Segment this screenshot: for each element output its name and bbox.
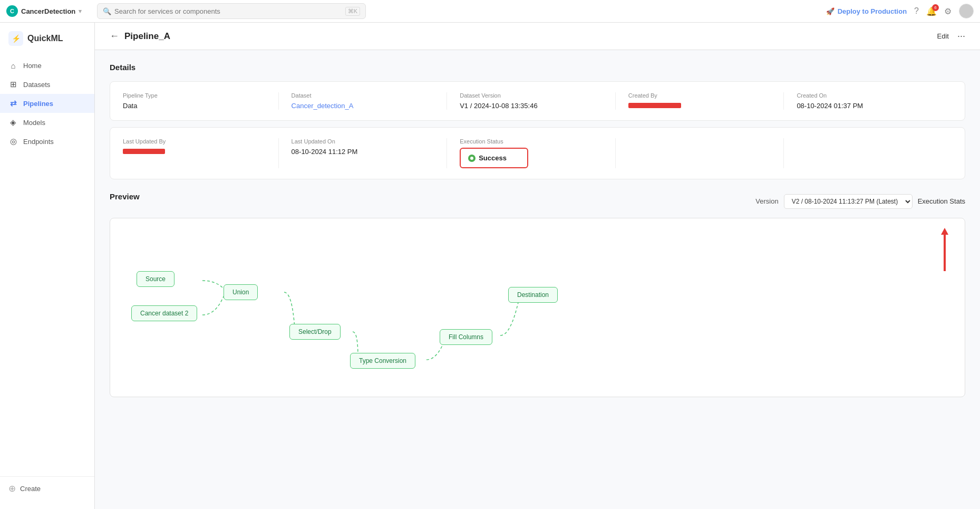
- search-input[interactable]: [114, 7, 342, 15]
- arrow-annotation: [944, 234, 946, 271]
- execution-status-box: Success: [460, 148, 528, 168]
- redacted-last-updated-by: [123, 149, 165, 154]
- arrow-head: [941, 228, 948, 235]
- version-select[interactable]: V2 / 08-10-2024 11:13:27 PM (Latest): [784, 194, 913, 209]
- avatar[interactable]: [959, 4, 974, 18]
- layout: ⚡ QuickML ⌂ Home ⊞ Datasets ⇄ Pipelines …: [0, 23, 980, 509]
- union-label: Union: [232, 289, 249, 296]
- sidebar-item-datasets[interactable]: ⊞ Datasets: [0, 75, 94, 94]
- rocket-icon: 🚀: [826, 7, 835, 15]
- help-icon: ?: [914, 6, 919, 15]
- page-header: ← Pipeline_A Edit ···: [95, 23, 980, 50]
- empty-col: [615, 138, 784, 168]
- pipeline-node-cancer-dataset-2[interactable]: Cancer dataset 2: [131, 305, 197, 321]
- execution-status-value: Success: [479, 154, 507, 162]
- back-button[interactable]: ←: [110, 31, 119, 42]
- page-header-right: Edit ···: [937, 31, 965, 42]
- last-updated-on-col: Last Updated On 08-10-2024 11:12 PM: [278, 138, 447, 168]
- dataset-value[interactable]: Cancer_detection_A: [292, 102, 436, 110]
- pipeline-node-type-conversion[interactable]: Type Conversion: [350, 353, 415, 369]
- details-title: Details: [110, 63, 965, 72]
- dataset-col: Dataset Cancer_detection_A: [278, 92, 447, 110]
- deploy-label: Deploy to Production: [838, 7, 907, 15]
- main-content: ← Pipeline_A Edit ··· Details: [95, 23, 980, 509]
- gear-icon: ⚙: [944, 7, 952, 16]
- exec-stats-label: Execution Stats: [918, 197, 965, 205]
- sidebar-item-label: Datasets: [23, 81, 50, 89]
- preview-section: Preview Version V2 / 08-10-2024 11:13:27…: [110, 192, 965, 397]
- status-dot-inner: [470, 157, 473, 160]
- pipeline-node-source[interactable]: Source: [137, 271, 174, 287]
- last-updated-on-label: Last Updated On: [292, 138, 436, 145]
- execution-status-label: Execution Status: [460, 138, 605, 145]
- pipeline-node-select-drop[interactable]: Select/Drop: [289, 324, 341, 340]
- last-updated-on-value: 08-10-2024 11:12 PM: [292, 148, 436, 156]
- search-bar[interactable]: 🔍 ⌘K: [97, 3, 366, 19]
- brand-chevron: ▾: [79, 8, 82, 15]
- sidebar-item-pipelines[interactable]: ⇄ Pipelines: [0, 94, 94, 113]
- sidebar-item-label: Models: [23, 119, 45, 127]
- settings-button[interactable]: ⚙: [944, 6, 952, 16]
- sidebar-item-home[interactable]: ⌂ Home: [0, 56, 94, 75]
- pipeline-node-destination[interactable]: Destination: [508, 287, 558, 303]
- help-button[interactable]: ?: [914, 6, 919, 16]
- brand-icon: C: [6, 5, 18, 17]
- created-on-value: 08-10-2024 01:37 PM: [797, 102, 942, 110]
- last-updated-by-col: Last Updated By: [123, 138, 278, 168]
- datasets-icon: ⊞: [8, 80, 18, 89]
- empty-col-2: [783, 138, 952, 168]
- logo-icon: ⚡: [8, 31, 23, 46]
- plus-icon: ⊕: [8, 483, 16, 494]
- search-shortcut: ⌘K: [345, 7, 360, 16]
- back-icon: ←: [110, 31, 119, 41]
- models-icon: ◈: [8, 118, 18, 127]
- logo-text: QuickML: [27, 34, 63, 43]
- more-button[interactable]: ···: [957, 31, 965, 42]
- dataset-version-value: V1 / 2024-10-08 13:35:46: [460, 102, 605, 110]
- sidebar-item-label: Pipelines: [23, 100, 53, 108]
- sidebar-item-label: Endpoints: [23, 138, 54, 146]
- search-icon: 🔍: [103, 7, 111, 15]
- create-button[interactable]: ⊕ Create: [8, 483, 41, 494]
- create-label: Create: [20, 485, 41, 493]
- pipeline-node-union[interactable]: Union: [224, 284, 258, 300]
- topbar: C CancerDetection ▾ 🔍 ⌘K 🚀 Deploy to Pro…: [0, 0, 980, 23]
- created-on-label: Created On: [797, 92, 942, 99]
- fill-columns-label: Fill Columns: [449, 333, 483, 341]
- preview-controls: Version V2 / 08-10-2024 11:13:27 PM (Lat…: [755, 194, 965, 209]
- pipeline-connectors: [110, 218, 965, 397]
- pipelines-icon: ⇄: [8, 99, 18, 108]
- type-conversion-label: Type Conversion: [359, 357, 406, 364]
- sidebar: ⚡ QuickML ⌂ Home ⊞ Datasets ⇄ Pipelines …: [0, 23, 95, 509]
- redacted-created-by: [628, 103, 681, 108]
- sidebar-item-models[interactable]: ◈ Models: [0, 113, 94, 132]
- created-on-col: Created On 08-10-2024 01:37 PM: [783, 92, 952, 110]
- pipeline-type-col: Pipeline Type Data: [123, 92, 278, 110]
- notifications-button[interactable]: 🔔 6: [926, 6, 937, 16]
- pipeline-canvas: Source Cancer dataset 2 Union Select/Dro…: [110, 218, 965, 397]
- select-drop-label: Select/Drop: [298, 328, 332, 335]
- edit-label: Edit: [937, 32, 949, 40]
- details-section: Details Pipeline Type Data Dataset Cance…: [110, 63, 965, 179]
- last-updated-by-value: [123, 148, 268, 156]
- status-success: Success: [468, 154, 520, 162]
- deploy-button[interactable]: 🚀 Deploy to Production: [826, 7, 907, 15]
- source-label: Source: [145, 275, 166, 283]
- preview-title: Preview: [110, 192, 140, 201]
- pipeline-node-fill-columns[interactable]: Fill Columns: [440, 329, 492, 345]
- edit-button[interactable]: Edit: [937, 32, 949, 40]
- topbar-right: 🚀 Deploy to Production ? 🔔 6 ⚙: [826, 4, 974, 18]
- page-header-left: ← Pipeline_A: [110, 31, 170, 42]
- pipeline-type-value: Data: [123, 102, 268, 110]
- status-dot: [468, 155, 476, 162]
- exec-stats-button[interactable]: Execution Stats: [918, 197, 965, 205]
- cancer-dataset-2-label: Cancer dataset 2: [140, 310, 188, 317]
- endpoints-icon: ◎: [8, 137, 18, 146]
- dataset-label: Dataset: [292, 92, 436, 99]
- sidebar-item-endpoints[interactable]: ◎ Endpoints: [0, 132, 94, 151]
- brand-section: C CancerDetection ▾: [6, 5, 91, 17]
- sidebar-item-label: Home: [23, 62, 42, 70]
- notification-badge: 6: [932, 4, 939, 11]
- sidebar-bottom: ⊕ Create: [0, 476, 94, 501]
- execution-status-col: Execution Status Success: [447, 138, 615, 168]
